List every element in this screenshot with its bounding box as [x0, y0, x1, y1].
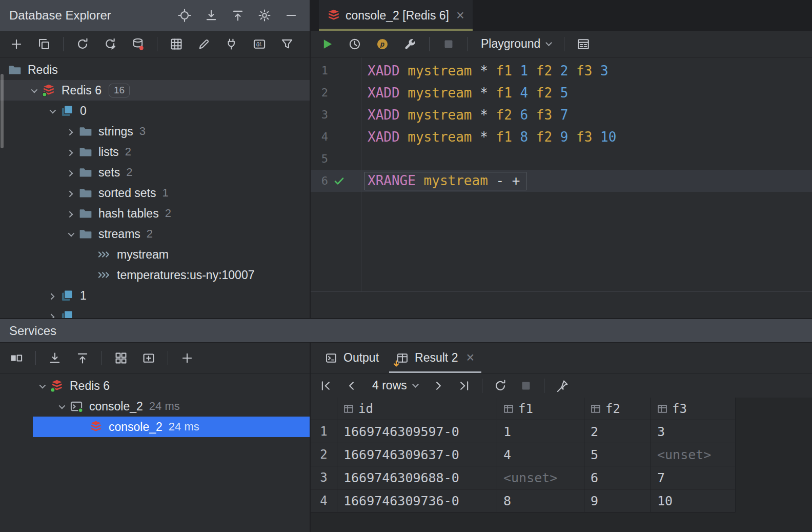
editor-line-1[interactable]: 1XADD mystream * f1 1 f2 2 f3 3 — [311, 60, 812, 82]
tree-item-temperatures-us-ny-10007[interactable]: temperatures:us-ny:10007 — [0, 265, 310, 285]
hide-button[interactable] — [280, 5, 302, 26]
table-cell[interactable]: 4 — [497, 443, 584, 466]
last-button[interactable] — [453, 376, 475, 396]
tab-result-2[interactable]: Result 2 × — [389, 343, 481, 373]
row-number[interactable]: 3 — [311, 466, 337, 489]
collapse-all-button[interactable] — [70, 347, 95, 369]
sync-edit-button[interactable] — [98, 33, 123, 55]
chevron-right-icon[interactable] — [63, 191, 78, 195]
settings-button[interactable] — [253, 5, 276, 26]
views-button[interactable] — [4, 347, 29, 369]
editor-line-4[interactable]: 4XADD mystream * f1 8 f2 9 f3 10 — [311, 126, 812, 148]
editor-line-2[interactable]: 2XADD mystream * f1 4 f2 5 — [311, 82, 812, 104]
profile-p-button[interactable]: p — [370, 33, 395, 55]
collapse-all-button[interactable] — [227, 5, 249, 26]
stop-button[interactable] — [515, 376, 537, 396]
close-icon[interactable]: × — [456, 9, 464, 23]
tree-item-sorted-sets[interactable]: sorted sets1 — [0, 183, 310, 203]
run-profile-dropdown[interactable]: Playground — [475, 33, 557, 55]
services-panel-header[interactable]: Services — [0, 318, 812, 343]
table-cell[interactable]: <unset> — [651, 443, 736, 466]
tree-item-0[interactable]: 0 — [0, 101, 310, 121]
tree-item-lists[interactable]: lists2 — [0, 142, 310, 162]
wrench-button[interactable] — [398, 33, 422, 55]
chevron-right-icon[interactable] — [44, 314, 59, 319]
chevron-right-icon[interactable] — [63, 129, 78, 134]
chevron-right-icon[interactable] — [44, 293, 59, 298]
tree-item-strings[interactable]: strings3 — [0, 121, 310, 142]
tree-item-sets[interactable]: sets2 — [0, 162, 310, 183]
row-number[interactable]: 2 — [311, 443, 337, 466]
add-button[interactable] — [4, 33, 29, 55]
plug-button[interactable] — [219, 33, 244, 55]
tree-item-blank[interactable] — [0, 306, 310, 318]
table-cell[interactable]: <unset> — [497, 466, 584, 489]
table-cell[interactable]: 3 — [651, 420, 736, 443]
table-cell[interactable]: 9 — [584, 489, 651, 513]
scrollbar[interactable] — [1, 74, 4, 148]
refresh-button[interactable] — [70, 33, 95, 55]
tree-item-redis-6[interactable]: Redis 6 — [0, 376, 310, 396]
column-header-f1[interactable]: f1 — [497, 398, 584, 420]
in-editor-results-button[interactable] — [571, 33, 596, 55]
editor-line-5[interactable]: 5 — [311, 148, 812, 170]
table-cell[interactable]: 1669746309597-0 — [337, 420, 497, 443]
chevron-right-icon[interactable] — [63, 150, 78, 154]
services-tree[interactable]: Redis 6console_224 msconsole_224 ms — [0, 373, 310, 532]
tree-item-redis[interactable]: Redis — [0, 60, 310, 80]
row-number[interactable]: 4 — [311, 489, 337, 513]
data-source-button[interactable] — [126, 33, 150, 55]
table-cell[interactable]: 10 — [651, 489, 736, 513]
console-ql-button[interactable]: QL — [247, 33, 272, 55]
table-cell[interactable]: 7 — [651, 466, 736, 489]
table-cell[interactable]: 6 — [584, 466, 651, 489]
pin-button[interactable] — [551, 376, 574, 396]
edit-button[interactable] — [192, 33, 216, 55]
table-cell[interactable]: 2 — [584, 420, 651, 443]
history-button[interactable] — [342, 33, 367, 55]
tree-item-streams[interactable]: streams2 — [0, 224, 310, 244]
expand-all-button[interactable] — [43, 347, 67, 369]
rows-pager-dropdown[interactable]: 4 rows — [366, 376, 424, 396]
first-button[interactable] — [315, 376, 337, 396]
copy-button[interactable] — [32, 33, 56, 55]
chevron-down-icon[interactable] — [44, 109, 59, 113]
close-icon[interactable]: × — [466, 351, 474, 365]
tab-output[interactable]: Output — [318, 343, 386, 373]
table-cell[interactable]: 8 — [497, 489, 584, 513]
table-cell[interactable]: 1669746309637-0 — [337, 443, 497, 466]
locate-button[interactable] — [173, 5, 196, 26]
editor-lines[interactable]: 1XADD mystream * f1 1 f2 2 f3 32XADD mys… — [311, 57, 812, 192]
tree-item-hash-tables[interactable]: hash tables2 — [0, 203, 310, 224]
add-frame-button[interactable] — [136, 347, 161, 369]
editor-line-3[interactable]: 3XADD mystream * f2 6 f3 7 — [311, 104, 812, 126]
database-tree[interactable]: RedisRedis 6160strings3lists2sets2sorted… — [0, 57, 310, 318]
chevron-down-icon[interactable] — [63, 232, 78, 237]
tree-item-mystream[interactable]: mystream — [0, 244, 310, 265]
table-cell[interactable]: 1 — [497, 420, 584, 443]
next-button[interactable] — [427, 376, 450, 396]
grid-button[interactable] — [164, 33, 189, 55]
tab-console-2[interactable]: console_2 [Redis 6] × — [319, 0, 473, 31]
chevron-down-icon[interactable] — [53, 404, 69, 409]
table-cell[interactable]: 5 — [584, 443, 651, 466]
tree-item-console-2[interactable]: console_224 ms — [0, 396, 310, 417]
add-button[interactable] — [175, 347, 199, 369]
result-grid[interactable]: idf1f2f311669746309597-01232166974630963… — [311, 398, 812, 532]
chevron-down-icon[interactable] — [34, 384, 49, 388]
row-number[interactable]: 1 — [311, 420, 337, 443]
chevron-right-icon[interactable] — [63, 211, 78, 216]
tree-item-1[interactable]: 1 — [0, 285, 310, 306]
run-button[interactable] — [315, 33, 339, 55]
column-header-f3[interactable]: f3 — [651, 398, 736, 420]
column-header-id[interactable]: id — [337, 398, 497, 420]
refresh-button[interactable] — [489, 376, 512, 396]
prev-button[interactable] — [340, 376, 363, 396]
tree-item-console-2[interactable]: console_224 ms — [33, 417, 310, 437]
table-cell[interactable]: 1669746309688-0 — [337, 466, 497, 489]
tree-item-redis-6[interactable]: Redis 616 — [0, 80, 310, 101]
editor-line-6[interactable]: 6XRANGE mystream - + — [311, 170, 812, 192]
stop-button[interactable] — [436, 33, 461, 55]
chevron-right-icon[interactable] — [63, 170, 78, 175]
code-editor[interactable]: 1XADD mystream * f1 1 f2 2 f3 32XADD mys… — [311, 57, 812, 318]
